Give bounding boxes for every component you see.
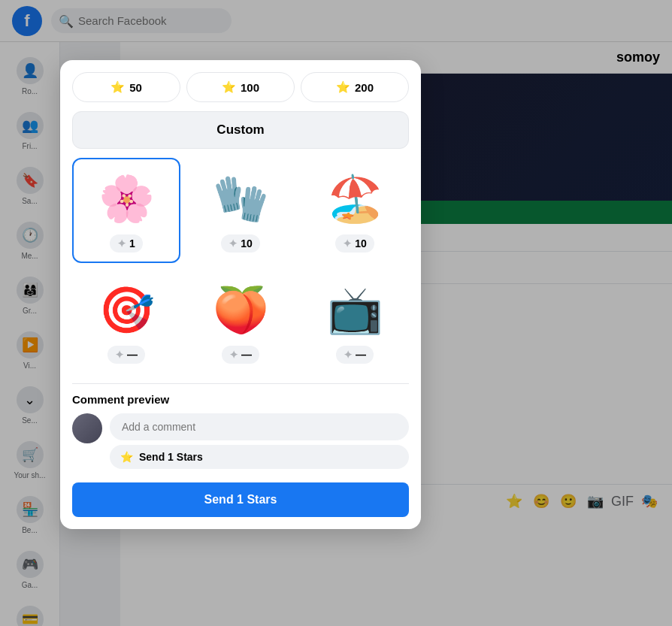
lifering-cost: ✦ 10	[335, 234, 374, 253]
add-comment-input[interactable]	[110, 413, 409, 440]
comment-preview-section: Comment preview ⭐ Send 1 Stars	[72, 383, 409, 482]
emoji-fruit[interactable]: 🍑 ✦ —	[186, 269, 295, 374]
fruit-cost: ✦ —	[222, 346, 259, 364]
lifering-cost-value: 10	[355, 237, 367, 249]
comment-preview-box: ⭐ Send 1 Stars	[72, 413, 409, 469]
star-mini-icon: ✦	[117, 237, 126, 249]
gloves-cost: ✦ 10	[221, 234, 260, 253]
tv-emoji: 📺	[325, 280, 385, 340]
fruit-emoji: 🍑	[210, 280, 271, 340]
star-mini-icon-6: ✦	[344, 349, 353, 361]
emoji-flower[interactable]: 🌸 ✦ 1	[72, 158, 180, 263]
star-mini-icon-5: ✦	[229, 349, 238, 361]
target-cost-value: —	[127, 349, 138, 361]
emoji-target[interactable]: 🎯 ✦ —	[72, 269, 180, 374]
preview-stars-label: Send 1 Stars	[139, 451, 203, 463]
stars-modal: ⭐ 50 ⭐ 100 ⭐ 200 Custom 🌸 ✦ 1	[60, 60, 421, 529]
star-amounts: ⭐ 50 ⭐ 100 ⭐ 200	[72, 72, 409, 102]
gloves-cost-value: 10	[241, 237, 253, 249]
target-emoji: 🎯	[96, 280, 156, 340]
flower-cost: ✦ 1	[110, 234, 143, 253]
preview-avatar	[72, 413, 102, 443]
star-icon-100: ⭐	[222, 80, 236, 94]
amount-200-label: 200	[355, 81, 374, 94]
flower-emoji: 🌸	[96, 168, 156, 228]
preview-stars-button[interactable]: ⭐ Send 1 Stars	[110, 445, 409, 469]
emoji-tv[interactable]: 📺 ✦ —	[301, 269, 409, 374]
lifering-emoji: 🏖️	[325, 168, 385, 228]
amount-50-label: 50	[129, 81, 142, 94]
flower-cost-value: 1	[129, 237, 135, 249]
comment-preview-label: Comment preview	[72, 393, 409, 406]
emoji-lifering[interactable]: 🏖️ ✦ 10	[301, 158, 409, 263]
amount-50-button[interactable]: ⭐ 50	[72, 72, 180, 102]
emoji-grid: 🌸 ✦ 1 🧤 ✦ 10 🏖️ ✦ 10	[72, 158, 409, 374]
emoji-gloves[interactable]: 🧤 ✦ 10	[186, 158, 295, 263]
amount-200-button[interactable]: ⭐ 200	[301, 72, 409, 102]
modal-overlay: ⭐ 50 ⭐ 100 ⭐ 200 Custom 🌸 ✦ 1	[0, 0, 672, 626]
fruit-cost-value: —	[241, 349, 252, 361]
amount-100-button[interactable]: ⭐ 100	[186, 72, 295, 102]
target-cost: ✦ —	[107, 346, 145, 364]
star-mini-icon-3: ✦	[343, 237, 352, 249]
preview-avatar-inner	[72, 413, 102, 443]
star-icon-50: ⭐	[110, 80, 125, 94]
tv-cost-value: —	[356, 349, 366, 361]
tv-cost: ✦ —	[336, 346, 374, 364]
star-mini-icon-2: ✦	[229, 237, 238, 249]
amount-100-label: 100	[241, 81, 259, 94]
gloves-emoji: 🧤	[210, 168, 271, 228]
send-stars-button[interactable]: Send 1 Stars	[72, 482, 409, 517]
preview-input-area: ⭐ Send 1 Stars	[110, 413, 409, 469]
star-icon-200: ⭐	[336, 80, 350, 94]
preview-star-icon: ⭐	[120, 451, 133, 463]
custom-button[interactable]: Custom	[72, 111, 409, 149]
star-mini-icon-4: ✦	[115, 349, 124, 361]
